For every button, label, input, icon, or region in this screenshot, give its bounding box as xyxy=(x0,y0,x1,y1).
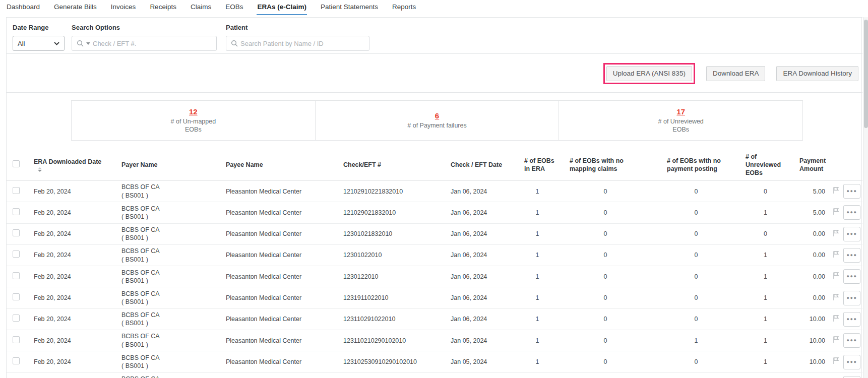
flag-icon[interactable] xyxy=(833,336,839,343)
row-actions-button[interactable]: ●●● xyxy=(843,205,860,220)
tab-eras-e-claim[interactable]: ERAs (e-Claim) xyxy=(257,2,307,15)
cell-unreviewed[interactable]: 1 xyxy=(739,358,792,366)
scrollbar-thumb[interactable] xyxy=(864,20,868,128)
row-actions-button[interactable]: ●●● xyxy=(843,269,860,284)
col-header-no-mapping: # of EOBs with no mapping claims xyxy=(557,157,653,173)
cell-eobs-in-era: 1 xyxy=(517,358,557,366)
tab-reports[interactable]: Reports xyxy=(392,2,416,14)
flag-icon[interactable] xyxy=(833,250,839,258)
cell-eobs-in-era: 1 xyxy=(517,187,557,196)
ellipsis-icon: ●●● xyxy=(847,338,857,343)
cell-check-eft: 12301022010 xyxy=(331,251,444,259)
cell-downloaded-date: Feb 20, 2024 xyxy=(26,273,106,281)
cell-check-eft: 12102910221832010 xyxy=(331,187,444,196)
cell-unreviewed[interactable]: 1 xyxy=(739,337,792,345)
cell-unreviewed[interactable]: 1 xyxy=(739,315,792,323)
cell-no-posting: 0 xyxy=(653,294,739,302)
cell-check-eft: 123110210290102010 xyxy=(331,337,444,345)
table-row: Feb 20, 2024 BCBS OF CA ( BS001 ) Pleasa… xyxy=(7,309,862,330)
search-options-label: Search Options xyxy=(72,24,217,31)
cell-unreviewed[interactable]: 1 xyxy=(739,273,792,281)
tab-invoices[interactable]: Invoices xyxy=(110,2,137,14)
ellipsis-icon: ●●● xyxy=(847,189,857,194)
cell-payee: Pleasanton Medical Center xyxy=(212,273,331,281)
flag-icon[interactable] xyxy=(833,208,839,215)
stat-unreviewed-count-link[interactable]: 17 xyxy=(676,107,685,116)
tab-eobs[interactable]: EOBs xyxy=(225,2,243,14)
row-actions-button[interactable]: ●●● xyxy=(843,227,860,241)
upload-era-button[interactable]: Upload ERA (ANSI 835) xyxy=(606,66,692,81)
cell-payee: Pleasanton Medical Center xyxy=(212,337,331,345)
cell-check-eft: 1231911022010 xyxy=(331,294,444,302)
check-eft-input[interactable] xyxy=(93,40,212,47)
cell-unreviewed[interactable]: 1 xyxy=(739,251,792,259)
flag-icon[interactable] xyxy=(833,186,839,194)
sort-icon[interactable] xyxy=(38,167,42,172)
payer-name: BCBS OF CA xyxy=(121,247,212,255)
cell-payer: BCBS OF CA ( BS001 ) xyxy=(106,205,212,221)
row-actions-button[interactable]: ●●● xyxy=(843,184,860,199)
tab-dashboard[interactable]: Dashboard xyxy=(6,2,40,14)
cell-check-eft-date: Jan 06, 2024 xyxy=(444,187,517,196)
tab-generate-bills[interactable]: Generate Bills xyxy=(53,2,97,14)
cell-unreviewed[interactable]: 1 xyxy=(739,294,792,302)
date-range-value: All xyxy=(18,40,25,47)
stat-unmapped-count-link[interactable]: 12 xyxy=(189,107,198,116)
row-checkbox[interactable] xyxy=(13,293,20,300)
cell-payer: BCBS OF CA ( BS001 ) xyxy=(106,290,212,306)
cell-eobs-in-era: 1 xyxy=(517,251,557,259)
download-era-button[interactable]: Download ERA xyxy=(706,66,766,81)
table-row: Feb 20, 2024 BCBS OF CA ( BS001 ) Pleasa… xyxy=(7,224,862,245)
row-actions-button[interactable]: ●●● xyxy=(843,312,860,327)
ellipsis-icon: ●●● xyxy=(847,296,857,300)
table-row: Feb 20, 2024 BCBS OF CA ( BS001 ) Pleasa… xyxy=(7,330,862,351)
row-checkbox[interactable] xyxy=(13,208,20,215)
row-checkbox[interactable] xyxy=(13,314,20,322)
date-range-select[interactable]: All xyxy=(13,36,65,51)
search-type-caret-icon[interactable] xyxy=(86,42,90,45)
row-checkbox[interactable] xyxy=(13,272,20,279)
tab-receipts[interactable]: Receipts xyxy=(149,2,177,14)
cell-check-eft-date: Jan 06, 2024 xyxy=(444,251,517,259)
content-panel: Date Range All Search Options Patient xyxy=(6,17,862,378)
cell-no-posting[interactable]: 1 xyxy=(653,337,739,345)
era-download-history-button[interactable]: ERA Download History xyxy=(776,66,858,81)
stat-failures-count-link[interactable]: 6 xyxy=(435,111,439,120)
row-checkbox[interactable] xyxy=(13,187,20,194)
chevron-down-icon xyxy=(54,42,59,45)
row-actions-button[interactable]: ●●● xyxy=(843,248,860,263)
payer-code: ( BS001 ) xyxy=(121,341,212,349)
cell-payee: Pleasanton Medical Center xyxy=(212,251,331,259)
cell-payee: Pleasanton Medical Center xyxy=(212,187,331,196)
flag-icon[interactable] xyxy=(833,293,839,301)
select-all-checkbox[interactable] xyxy=(13,160,20,167)
row-actions-button[interactable]: ●●● xyxy=(843,333,860,348)
row-checkbox[interactable] xyxy=(13,357,20,364)
cell-payer: BCBS OF CA ( BS001 ) xyxy=(106,183,212,200)
flag-icon[interactable] xyxy=(833,272,839,279)
row-actions-button[interactable]: ●●● xyxy=(843,376,860,378)
col-header-downloaded-date[interactable]: ERA Downloaded Date xyxy=(26,158,106,172)
vertical-scrollbar[interactable] xyxy=(863,17,868,378)
patient-search-input[interactable] xyxy=(240,40,364,47)
tab-claims[interactable]: Claims xyxy=(190,2,212,14)
payer-code: ( BS001 ) xyxy=(121,192,212,200)
row-actions-button[interactable]: ●●● xyxy=(843,355,860,369)
cell-no-posting: 0 xyxy=(653,230,739,238)
row-actions-button[interactable]: ●●● xyxy=(843,291,860,305)
cell-unreviewed[interactable]: 1 xyxy=(739,209,792,217)
cell-eobs-in-era: 1 xyxy=(517,273,557,281)
flag-icon[interactable] xyxy=(833,229,839,237)
cell-amount: 10.00 xyxy=(792,358,828,366)
row-checkbox[interactable] xyxy=(13,336,20,343)
flag-icon[interactable] xyxy=(833,357,839,364)
row-checkbox[interactable] xyxy=(13,250,20,258)
date-range-label: Date Range xyxy=(13,24,65,31)
cell-check-eft: 121029021832010 xyxy=(331,209,444,217)
cell-eobs-in-era: 1 xyxy=(517,294,557,302)
flag-icon[interactable] xyxy=(833,314,839,322)
tab-patient-statements[interactable]: Patient Statements xyxy=(320,2,379,14)
cell-check-eft-date: Jan 06, 2024 xyxy=(444,273,517,281)
search-options-group: Search Options xyxy=(72,24,217,51)
row-checkbox[interactable] xyxy=(13,229,20,236)
